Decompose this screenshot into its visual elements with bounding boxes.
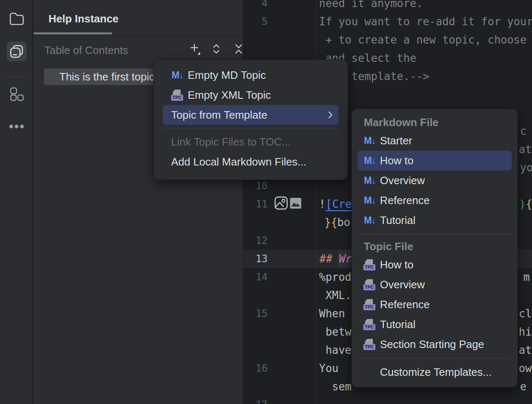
menu-item-reference[interactable]: TPCReference <box>358 294 512 314</box>
menu-item-how-to[interactable]: M↓How to <box>358 151 512 170</box>
menu-item-label: Customize Templates... <box>380 366 512 379</box>
menu-item-add-local-markdown-files[interactable]: Add Local Markdown Files... <box>163 152 339 172</box>
menu-item-label: Overview <box>380 278 512 291</box>
image-file-icon[interactable] <box>290 198 301 210</box>
submenu-arrow-icon <box>328 111 333 119</box>
code-fragment: betw <box>319 323 351 341</box>
menu-item-label: Overview <box>380 174 512 187</box>
tool-window-stripe <box>0 0 33 404</box>
menu-item-label: How to <box>380 154 512 167</box>
menu-item-topic-from-template[interactable]: Topic from Template <box>163 105 339 125</box>
topic-file-icon: TPC <box>363 258 376 271</box>
line-number-5: 5 <box>243 12 268 31</box>
markdown-file-icon: M↓ <box>364 155 375 166</box>
topic-file-icon: TPC <box>363 338 376 350</box>
code-fragment: his <box>519 323 532 341</box>
line-number-12: 12 <box>243 231 268 250</box>
menu-item-overview[interactable]: TPCOverview <box>358 275 512 294</box>
menu-item-overview[interactable]: M↓Overview <box>358 170 512 190</box>
menu-item-label: Tutorial <box>380 318 512 331</box>
menu-item-label: Section Starting Page <box>380 338 512 351</box>
submenu-group-header: Topic File <box>352 238 517 255</box>
menu-item-reference[interactable]: M↓Reference <box>358 190 512 210</box>
active-tab-indicator <box>34 32 112 34</box>
menu-separator <box>358 234 512 234</box>
topics-tool-icon[interactable] <box>9 44 24 59</box>
menu-item-tutorial[interactable]: M↓Tutorial <box>358 210 512 230</box>
code-fragment: When <box>319 304 345 323</box>
topic-file-icon: TPC <box>171 89 184 101</box>
menu-item-label: Reference <box>380 194 512 207</box>
line-number-15: 15 <box>243 304 268 323</box>
markdown-file-icon: M↓ <box>364 135 375 146</box>
code-fragment: ! <box>319 195 326 213</box>
menu-item-starter[interactable]: M↓Starter <box>358 131 512 151</box>
structure-tool-icon[interactable] <box>10 87 24 102</box>
stripe-divider <box>6 77 27 77</box>
code-fragment: have <box>319 341 351 359</box>
code-fragment: [Cre <box>326 195 352 213</box>
code-fragment: at <box>519 341 532 359</box>
code-fragment: ## <box>319 250 332 268</box>
tool-window-title[interactable]: Help Instance <box>48 12 118 25</box>
code-fragment: cl <box>519 304 532 323</box>
code-fragment: e <box>520 377 527 396</box>
menu-item-how-to[interactable]: TPCHow to <box>358 255 512 275</box>
code-fragment: at <box>519 140 532 158</box>
line-number-16: 16 <box>243 359 268 377</box>
template-submenu: Markdown FileM↓StarterM↓How toM↓Overview… <box>351 109 518 387</box>
code-fragment: + to create a new topic, choose " <box>319 31 532 49</box>
code-fragment: }{ <box>324 213 337 231</box>
code-fragment: Wr <box>339 250 352 268</box>
toc-section-title: Table of Contents <box>44 44 128 57</box>
template-submenu-items: Markdown FileM↓StarterM↓How toM↓Overview… <box>352 114 517 382</box>
markdown-file-icon: M↓ <box>364 195 375 206</box>
code-fragment: need it anymore. <box>319 0 423 12</box>
line-number-14: 14 <box>243 268 268 286</box>
menu-item-label: Reference <box>380 298 512 311</box>
topic-file-icon: TPC <box>363 278 376 291</box>
menu-item-label: How to <box>380 258 512 271</box>
code-fragment: yo <box>520 158 532 177</box>
markdown-file-icon: M↓ <box>364 175 375 186</box>
menu-item-label: Link Topic Files to TOC... <box>171 136 339 148</box>
project-folder-icon[interactable] <box>8 11 25 27</box>
menu-item-label: Tutorial <box>380 214 512 227</box>
code-fragment: c <box>520 122 527 140</box>
code-fragment: If you want to re-add it for your <box>319 12 532 31</box>
menu-item-tutorial[interactable]: TPCTutorial <box>358 314 512 334</box>
menu-item-empty-md-topic[interactable]: M↓Empty MD Topic <box>163 65 339 85</box>
menu-separator <box>358 358 512 358</box>
menu-item-label: Empty MD Topic <box>188 69 339 82</box>
markdown-file-icon: M↓ <box>364 215 375 226</box>
markdown-file-icon: M↓ <box>172 70 183 81</box>
menu-item-label: Empty XML Topic <box>188 89 339 102</box>
line-number-13: 13 <box>243 250 268 268</box>
menu-item-label: Topic from Template <box>171 109 325 122</box>
code-fragment: XML. <box>319 286 351 304</box>
menu-item-link-topic-files-to-toc[interactable]: Link Topic Files to TOC... <box>163 132 339 152</box>
context-menu-items: M↓Empty MD TopicTPCEmpty XML TopicTopic … <box>154 65 348 172</box>
menu-item-empty-xml-topic[interactable]: TPCEmpty XML Topic <box>163 85 339 105</box>
code-fragment: m <box>523 268 530 286</box>
code-fragment: %prod <box>319 268 351 286</box>
menu-item-label: Add Local Markdown Files... <box>171 156 339 168</box>
code-fragment: ow <box>519 359 532 377</box>
expand-all-icon[interactable] <box>210 43 222 55</box>
code-fragment: bo <box>337 213 350 231</box>
image-preview-icon[interactable] <box>274 196 288 212</box>
menu-item-section-starting-page[interactable]: TPCSection Starting Page <box>358 334 512 354</box>
add-topic-icon[interactable] <box>189 43 201 55</box>
line-number-17: 17 <box>243 396 268 404</box>
topic-file-icon: TPC <box>363 298 376 311</box>
menu-item-customize-templates[interactable]: Customize Templates... <box>358 362 512 382</box>
submenu-group-header: Markdown File <box>352 114 517 131</box>
menu-item-label: Starter <box>380 134 512 147</box>
more-tools-icon[interactable] <box>9 122 24 131</box>
line-number-11: 11 <box>243 195 268 213</box>
tool-window-header: Help Instance <box>33 0 243 36</box>
menu-separator <box>163 128 339 129</box>
context-menu: M↓Empty MD TopicTPCEmpty XML TopicTopic … <box>153 59 348 180</box>
code-fragment: sem <box>319 377 351 396</box>
topic-file-icon: TPC <box>363 318 376 331</box>
